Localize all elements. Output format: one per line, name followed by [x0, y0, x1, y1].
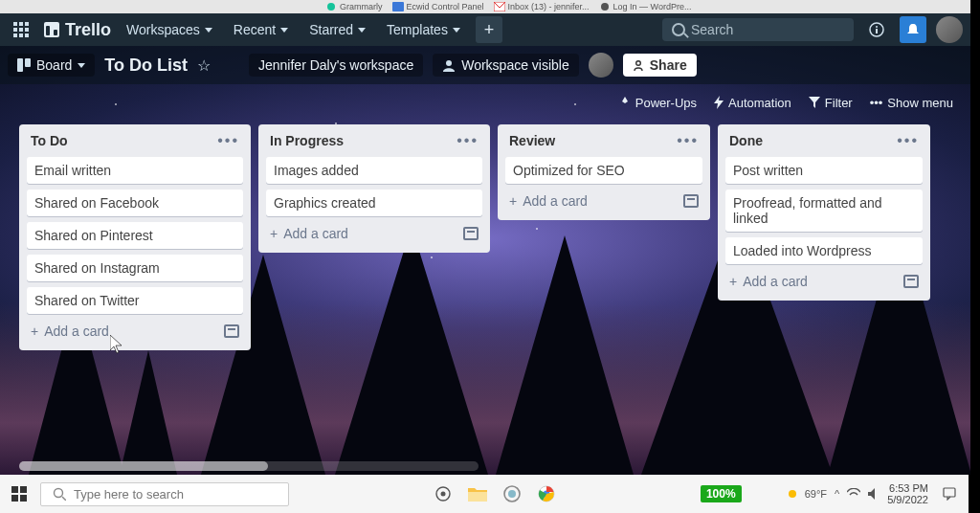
taskbar-clock[interactable]: 6:53 PM5/9/2022: [887, 482, 928, 505]
browser-tab[interactable]: Inbox (13) - jennifer...: [494, 1, 590, 12]
card-template-button[interactable]: [224, 324, 239, 338]
list-menu-button[interactable]: •••: [217, 132, 239, 149]
browser-tab[interactable]: Grammarly: [325, 1, 383, 12]
wordpress-icon: [599, 1, 611, 12]
browser-tab[interactable]: Log In — WordPre...: [599, 1, 692, 12]
trello-topnav: Trello Workspaces Recent Starred Templat…: [0, 13, 970, 46]
list-title[interactable]: Done: [729, 133, 763, 148]
taskbar-app-explorer[interactable]: [464, 480, 491, 507]
folder-icon: [468, 486, 487, 502]
member-avatar[interactable]: [589, 53, 613, 78]
card[interactable]: Shared on Twitter: [27, 287, 243, 314]
board-title[interactable]: To Do List: [104, 56, 188, 76]
list-menu-button[interactable]: •••: [457, 132, 479, 149]
people-icon: [442, 58, 456, 72]
nav-templates[interactable]: Templates: [381, 18, 466, 41]
grammarly-icon: [325, 1, 337, 12]
card[interactable]: Graphics created: [266, 190, 482, 216]
windows-icon: [11, 486, 27, 502]
browser-tab[interactable]: Ecwid Control Panel: [392, 1, 484, 12]
tray-expand[interactable]: ^: [835, 488, 839, 500]
filter-button[interactable]: Filter: [809, 96, 853, 110]
wifi-icon[interactable]: [847, 488, 860, 500]
info-icon[interactable]: [863, 16, 890, 43]
list-menu-button[interactable]: •••: [897, 132, 919, 149]
search-input[interactable]: Search: [662, 18, 854, 41]
card[interactable]: Shared on Instagram: [27, 255, 243, 281]
user-avatar[interactable]: [936, 16, 963, 43]
apps-grid-icon[interactable]: [8, 16, 34, 43]
card[interactable]: Shared on Facebook: [27, 190, 243, 216]
board-icon: [17, 58, 31, 72]
svg-rect-12: [25, 33, 29, 37]
add-card-button[interactable]: +Add a card: [509, 193, 588, 209]
card-template-button[interactable]: [683, 194, 699, 208]
start-button[interactable]: [6, 480, 33, 507]
add-card-button[interactable]: +Add a card: [729, 274, 808, 289]
notifications-button[interactable]: [900, 16, 926, 43]
notification-center[interactable]: [936, 480, 963, 507]
trello-logo[interactable]: Trello: [44, 20, 111, 40]
card[interactable]: Email written: [27, 157, 243, 184]
svg-point-29: [789, 490, 796, 498]
nav-workspaces[interactable]: Workspaces: [121, 18, 218, 41]
tab-label: Grammarly: [340, 2, 383, 11]
svg-rect-17: [25, 58, 31, 67]
powerups-button[interactable]: Power-Ups: [619, 96, 697, 110]
chrome-icon: [538, 485, 555, 502]
star-button[interactable]: ☆: [197, 56, 211, 75]
visibility-label: Workspace visible: [461, 57, 569, 73]
list-title[interactable]: Review: [509, 133, 555, 148]
list-title[interactable]: In Progress: [270, 133, 344, 148]
add-card-button[interactable]: +Add a card: [270, 226, 348, 241]
view-label: Board: [36, 57, 72, 73]
sun-icon: [786, 487, 799, 501]
show-menu-button[interactable]: •••Show menu: [870, 96, 953, 110]
plus-icon: +: [31, 323, 38, 339]
taskbar-app[interactable]: [499, 480, 525, 507]
share-button[interactable]: Share: [623, 54, 697, 77]
card-template-button[interactable]: [903, 275, 919, 288]
card[interactable]: Optimized for SEO: [505, 157, 702, 184]
add-card-button[interactable]: +Add a card: [31, 323, 109, 339]
taskbar-app[interactable]: [430, 480, 457, 507]
card[interactable]: Loaded into Wordpress: [725, 237, 923, 264]
svg-point-19: [635, 61, 640, 66]
visibility-button[interactable]: Workspace visible: [433, 54, 579, 77]
svg-rect-11: [19, 33, 23, 37]
automation-button[interactable]: Automation: [714, 96, 791, 110]
board-toolbar-right: Power-Ups Automation Filter •••Show menu: [0, 88, 970, 117]
view-switch-board[interactable]: Board: [8, 54, 95, 77]
svg-point-3: [601, 3, 609, 11]
card[interactable]: Images added: [266, 157, 482, 184]
volume-icon[interactable]: [868, 488, 880, 500]
add-card-label: Add a card: [283, 226, 348, 241]
svg-rect-9: [25, 28, 29, 32]
svg-rect-4: [13, 22, 17, 26]
weather-widget[interactable]: 69°F: [786, 487, 827, 501]
taskbar-search[interactable]: Type here to search: [40, 482, 289, 506]
battery-indicator[interactable]: 100%: [701, 485, 742, 502]
search-placeholder: Search: [691, 22, 733, 37]
list-menu-button[interactable]: •••: [677, 132, 699, 149]
board-horizontal-scrollbar[interactable]: [19, 461, 479, 471]
nav-recent[interactable]: Recent: [228, 18, 294, 41]
nav-label: Templates: [387, 22, 448, 37]
svg-rect-5: [19, 22, 23, 26]
card[interactable]: Proofread, formatted and linked: [725, 190, 923, 232]
nav-starred[interactable]: Starred: [303, 18, 371, 41]
card[interactable]: Post written: [725, 157, 923, 184]
card-template-button[interactable]: [463, 227, 479, 240]
chevron-down-icon: [205, 28, 212, 33]
list-in-progress: In Progress••• Images added Graphics cre…: [258, 124, 490, 253]
svg-rect-16: [17, 58, 23, 72]
workspace-name[interactable]: Jennifer Daly's workspace: [249, 54, 423, 77]
share-label: Share: [650, 57, 687, 73]
chat-icon: [943, 487, 956, 501]
list-title[interactable]: To Do: [31, 133, 68, 148]
taskbar-app-chrome[interactable]: [533, 480, 560, 507]
svg-point-18: [446, 60, 452, 66]
card[interactable]: Shared on Pinterest: [27, 222, 243, 249]
automation-label: Automation: [728, 96, 791, 110]
create-button[interactable]: +: [476, 16, 502, 43]
